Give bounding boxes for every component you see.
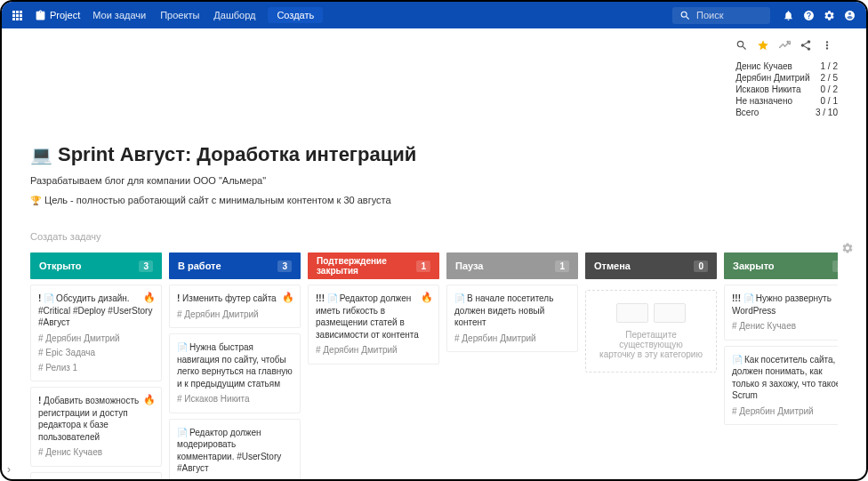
column-close: Закрыто2Нужно развернуть WordPress# Дени… xyxy=(724,253,838,479)
column-confirm: Подтверждение закрытия1Редактор должен и… xyxy=(308,253,439,479)
stats-row: Дерябин Дмитрий2 / 5 xyxy=(735,72,838,84)
page-goal: Цель - полностью работающий сайт с миним… xyxy=(30,195,838,205)
document-icon xyxy=(732,355,744,365)
kanban-board: Открыто3Обсудить дизайн. #Critical #Depl… xyxy=(30,253,838,479)
task-card[interactable]: Нужна быстрая навигация по сайту, чтобы … xyxy=(169,333,301,413)
apps-icon[interactable] xyxy=(12,11,22,20)
share-icon[interactable] xyxy=(800,39,812,55)
task-card[interactable]: Как посетитель сайта, я должен понимать,… xyxy=(724,346,838,426)
column-label: Пауза xyxy=(455,261,483,271)
column-header[interactable]: Пауза1 xyxy=(446,253,578,279)
app-logo[interactable]: Project xyxy=(35,10,80,21)
column-label: Подтверждение закрытия xyxy=(317,256,416,276)
page-toolbar xyxy=(735,39,838,55)
nav-projects[interactable]: Проекты xyxy=(160,10,199,20)
document-icon xyxy=(177,342,189,352)
task-card[interactable]: Редактор должен модерировать комментарии… xyxy=(169,419,301,480)
column-label: Открыто xyxy=(39,261,82,271)
flame-icon xyxy=(143,393,156,406)
page-goal-text: Цель - полностью работающий сайт с миним… xyxy=(44,195,391,205)
stats-value: 1 / 2 xyxy=(821,61,838,71)
project-icon xyxy=(35,10,46,21)
flame-icon xyxy=(421,291,433,304)
stats-row: Денис Кучаев1 / 2 xyxy=(735,60,838,72)
card-title: Обсудить дизайн. #Critical #Deploy #User… xyxy=(38,293,154,329)
column-cancel: Отмена0Перетащите существующуюкарточку в… xyxy=(585,253,717,479)
card-meta: # Дерябин Дмитрий xyxy=(38,333,154,345)
task-card[interactable]: Обсудить дизайн. #Critical #Deploy #User… xyxy=(30,285,162,381)
document-icon xyxy=(454,293,467,303)
card-meta: # Epic Задача xyxy=(38,347,154,359)
column-header[interactable]: Закрыто2 xyxy=(724,253,838,279)
task-card[interactable]: Как посетитель сайта, я хочу видеть спис… xyxy=(30,472,162,480)
card-meta: # Релиз 1 xyxy=(38,362,154,374)
card-meta: # Искаков Никита xyxy=(177,393,293,405)
avatar-icon[interactable] xyxy=(844,10,856,21)
document-icon xyxy=(44,293,56,303)
page-title-text: Sprint Август: Доработка интеграций xyxy=(58,143,416,166)
column-header[interactable]: Отмена0 xyxy=(585,253,717,279)
card-title: Нужно развернуть WordPress xyxy=(732,293,838,317)
content: Денис Кучаев1 / 2Дерябин Дмитрий2 / 5Иск… xyxy=(2,28,866,479)
column-work: В работе3Изменить футер сайта# Дерябин Д… xyxy=(169,253,301,479)
nav-dashboard[interactable]: Дашборд xyxy=(213,10,255,20)
column-open: Открыто3Обсудить дизайн. #Critical #Depl… xyxy=(30,253,162,479)
card-meta: # Дерябин Дмитрий xyxy=(454,333,570,345)
task-card[interactable]: Нужно развернуть WordPress# Денис Кучаев xyxy=(724,285,838,341)
task-card[interactable]: Редактор должен иметь гибкость в размеще… xyxy=(308,285,439,365)
card-meta: # Не назначено xyxy=(177,478,293,480)
board-settings-icon[interactable] xyxy=(841,242,854,258)
bell-icon[interactable] xyxy=(783,10,794,21)
flame-icon xyxy=(837,291,838,304)
nav-my-tasks[interactable]: Мои задачи xyxy=(92,10,146,20)
flame-icon xyxy=(282,291,294,304)
column-count: 1 xyxy=(555,261,569,272)
column-label: В работе xyxy=(178,261,221,271)
column-header[interactable]: В работе3 xyxy=(169,253,301,279)
chart-icon[interactable] xyxy=(778,39,791,55)
card-title: Добавить возможность регистрации и досту… xyxy=(38,395,154,443)
create-button[interactable]: Создать xyxy=(268,7,323,23)
stats-name: Дерябин Дмитрий xyxy=(735,73,809,83)
flame-icon xyxy=(143,291,156,304)
app-name: Project xyxy=(50,10,80,20)
card-title: Нужна быстрая навигация по сайту, чтобы … xyxy=(177,341,293,389)
trophy-icon xyxy=(30,195,41,205)
stats-name: Искаков Никита xyxy=(735,84,800,94)
star-icon[interactable] xyxy=(757,39,769,55)
card-meta: # Дерябин Дмитрий xyxy=(732,405,838,418)
laptop-icon xyxy=(30,143,52,166)
column-header[interactable]: Открыто3 xyxy=(30,253,162,279)
column-pause: Пауза1В начале посетитель должен видеть … xyxy=(446,253,578,479)
page-subtitle: Разрабатываем блог для компании ООО "Аль… xyxy=(30,175,838,186)
top-nav: Мои задачи Проекты Дашборд xyxy=(92,10,255,20)
gear-icon[interactable] xyxy=(824,10,835,21)
card-meta: # Денис Кучаев xyxy=(732,320,838,333)
search-placeholder: Поиск xyxy=(696,10,723,20)
document-icon xyxy=(177,428,189,437)
task-card[interactable]: Добавить возможность регистрации и досту… xyxy=(30,387,162,467)
more-icon[interactable] xyxy=(821,39,833,55)
card-meta: # Дерябин Дмитрий xyxy=(177,309,293,321)
create-task-input[interactable]: Создать задачу xyxy=(30,228,838,245)
toolbar-search-icon[interactable] xyxy=(735,39,748,55)
document-icon xyxy=(327,293,340,303)
column-header[interactable]: Подтверждение закрытия1 xyxy=(308,253,439,279)
document-icon xyxy=(743,293,756,303)
task-card[interactable]: В начале посетитель должен видеть новый … xyxy=(446,285,578,352)
expand-chevron[interactable]: › xyxy=(7,463,11,476)
task-card[interactable]: Изменить футер сайта# Дерябин Дмитрий xyxy=(169,285,301,328)
card-meta: # Денис Кучаев xyxy=(38,446,154,459)
card-title: Изменить футер сайта xyxy=(177,293,293,305)
topbar: Project Мои задачи Проекты Дашборд Созда… xyxy=(2,2,866,28)
stats-value: 0 / 2 xyxy=(821,84,838,94)
stats-name: Всего xyxy=(735,108,759,117)
column-label: Закрыто xyxy=(733,261,775,271)
stats-row: Искаков Никита0 / 2 xyxy=(735,84,838,95)
card-title: Редактор должен иметь гибкость в размеще… xyxy=(316,293,431,341)
empty-dropzone[interactable]: Перетащите существующуюкарточку в эту ка… xyxy=(585,290,717,373)
help-icon[interactable] xyxy=(803,10,815,21)
stats-name: Не назначено xyxy=(735,96,792,106)
card-meta: # Дерябин Дмитрий xyxy=(316,344,431,357)
search-box[interactable]: Поиск xyxy=(672,7,770,24)
